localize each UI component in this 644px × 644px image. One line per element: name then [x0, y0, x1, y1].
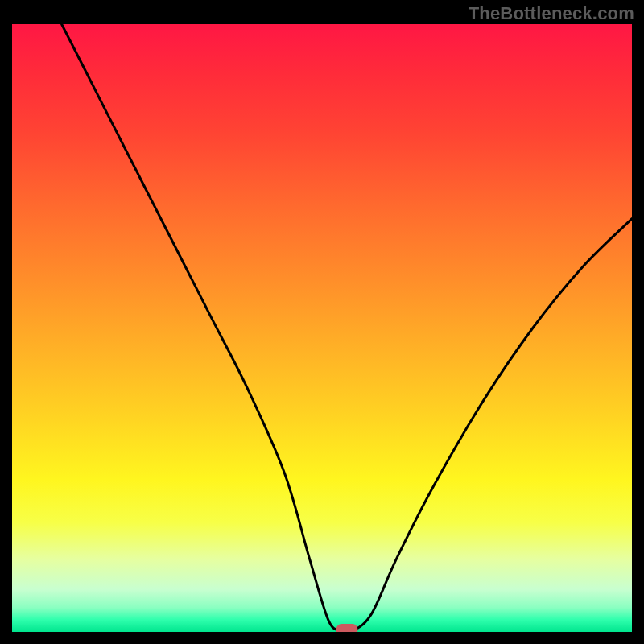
bottleneck-curve: [12, 24, 632, 632]
chart-frame: TheBottleneck.com: [0, 0, 644, 644]
curve-path: [62, 24, 632, 632]
plot-area: [12, 24, 632, 632]
optimal-point-marker: [336, 624, 357, 632]
watermark-text: TheBottleneck.com: [469, 3, 634, 24]
